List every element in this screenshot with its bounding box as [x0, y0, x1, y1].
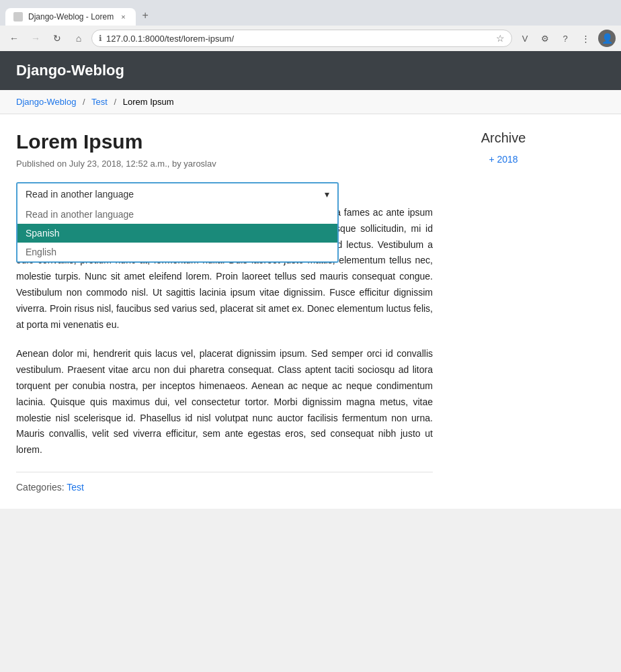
extension-v-button[interactable]: V — [516, 30, 534, 47]
extension-gear-button[interactable]: ⚙ — [536, 30, 554, 47]
profile-button[interactable]: 👤 — [598, 30, 616, 47]
menu-button[interactable]: ⋮ — [577, 30, 594, 47]
article-title: Lorem Ipsum — [16, 130, 433, 153]
sidebar-title: Archive — [453, 130, 554, 146]
main-layout: Lorem Ipsum Published on July 23, 2018, … — [0, 114, 621, 509]
home-button[interactable]: ⌂ — [70, 30, 87, 47]
breadcrumb-current: Lorem Ipsum — [123, 97, 174, 107]
back-button[interactable]: ← — [5, 30, 23, 47]
tab-close-button[interactable]: × — [119, 12, 127, 22]
article-meta: Published on July 23, 2018, 12:52 a.m., … — [16, 159, 433, 169]
dropdown-arrow-icon: ▾ — [325, 189, 329, 200]
breadcrumb-home-link[interactable]: Django-Weblog — [16, 97, 76, 107]
language-option-default[interactable]: Read in another language — [17, 205, 337, 224]
profile-icon: 👤 — [602, 33, 613, 44]
address-bar[interactable]: ℹ ☆ — [91, 30, 512, 47]
language-dropdown-list: Read in another language Spanish English — [16, 205, 339, 263]
breadcrumb-test-link[interactable]: Test — [91, 97, 108, 107]
bookmark-icon[interactable]: ☆ — [496, 33, 505, 44]
active-tab[interactable]: Django-Weblog - Lorem × — [5, 8, 136, 26]
language-select-box[interactable]: Read in another language ▾ — [16, 182, 339, 205]
article-footer: Categories: Test — [16, 472, 433, 493]
page-content: Django-Weblog / Test / Lorem Ipsum Lorem… — [0, 90, 621, 509]
language-select-current: Read in another language — [26, 189, 134, 200]
language-select-wrapper: Read in another language ▾ Read in anoth… — [16, 182, 339, 205]
new-tab-button[interactable]: + — [136, 5, 155, 26]
breadcrumb-separator-1: / — [83, 97, 85, 107]
language-option-english[interactable]: English — [17, 243, 337, 261]
extensions-area: V ⚙ ? ⋮ — [516, 30, 594, 47]
article-paragraph-2: Aenean dolor mi, hendrerit quis lacus ve… — [16, 346, 433, 458]
navigation-bar: ← → ↻ ⌂ ℹ ☆ V ⚙ ? ⋮ 👤 — [0, 26, 621, 51]
address-input[interactable] — [106, 34, 492, 44]
language-option-spanish[interactable]: Spanish — [17, 224, 337, 243]
sidebar: Archive + 2018 — [433, 130, 554, 493]
article-area: Lorem Ipsum Published on July 23, 2018, … — [16, 130, 433, 493]
archive-year-link[interactable]: + 2018 — [453, 154, 554, 165]
extension-help-button[interactable]: ? — [556, 30, 574, 47]
breadcrumb: Django-Weblog / Test / Lorem Ipsum — [0, 90, 621, 114]
site-header: Django-Weblog — [0, 51, 621, 90]
info-icon: ℹ — [99, 34, 102, 43]
categories-label: Categories: — [16, 482, 65, 493]
refresh-button[interactable]: ↻ — [48, 30, 66, 47]
breadcrumb-separator-2: / — [114, 97, 116, 107]
browser-chrome: Django-Weblog - Lorem × + ← → ↻ ⌂ ℹ ☆ V … — [0, 0, 621, 51]
site-title: Django-Weblog — [16, 62, 124, 79]
tab-favicon — [13, 12, 23, 22]
tab-title: Django-Weblog - Lorem — [28, 12, 114, 22]
forward-button[interactable]: → — [27, 30, 44, 47]
category-link[interactable]: Test — [67, 482, 84, 493]
tab-bar: Django-Weblog - Lorem × + — [0, 0, 621, 26]
